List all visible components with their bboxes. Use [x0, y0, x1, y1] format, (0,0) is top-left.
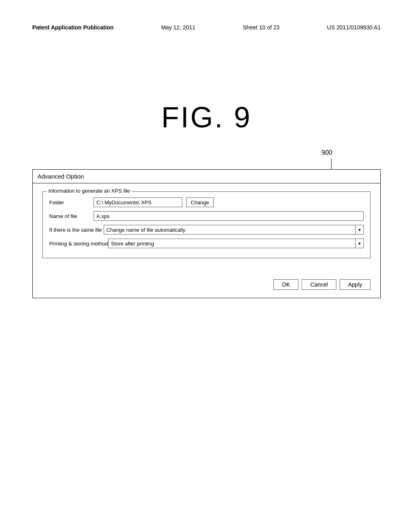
group-box-legend: Information to generate an XPS file	[47, 188, 131, 194]
figure-title: FIG. 9	[161, 101, 252, 134]
cancel-button[interactable]: Cancel	[302, 279, 336, 290]
same-file-dropdown-arrow[interactable]: ▼	[355, 225, 363, 234]
ok-button[interactable]: OK	[273, 279, 298, 290]
dialog-body: Information to generate an XPS file Fold…	[33, 183, 380, 273]
printing-method-row: Printing & storing method Store after pr…	[49, 239, 364, 248]
publication-label: Patent Application Publication	[32, 24, 114, 31]
patent-number-label: US 2011/0109930 A1	[327, 24, 381, 31]
change-button[interactable]: Change	[186, 197, 214, 207]
sheet-label: Sheet 10 of 23	[243, 24, 280, 31]
printing-method-dropdown-arrow[interactable]: ▼	[355, 239, 363, 248]
annotation-vertical-line	[331, 158, 332, 170]
filename-label: Name of file	[49, 213, 94, 219]
dialog-footer: OK Cancel Apply	[33, 273, 380, 298]
same-file-label: If there is the same file	[49, 227, 102, 233]
date-label: May 12, 2011	[161, 24, 195, 31]
printing-method-select-wrapper[interactable]: Store after printing ▼	[108, 239, 364, 248]
figure-annotation-number: 900	[321, 149, 332, 156]
same-file-row: If there is the same file Change name of…	[49, 225, 364, 235]
xps-info-group: Information to generate an XPS file Fold…	[42, 191, 371, 258]
dialog-title: Advanced Option	[33, 170, 380, 183]
printing-method-select-text: Store after printing	[108, 240, 355, 247]
advanced-option-dialog: Advanced Option Information to generate …	[32, 169, 381, 298]
printing-method-label: Printing & storing method	[49, 241, 108, 247]
page-header: Patent Application Publication May 12, 2…	[32, 24, 381, 31]
folder-input[interactable]	[94, 197, 182, 207]
filename-input[interactable]	[94, 211, 364, 221]
folder-label: Folder	[49, 200, 94, 206]
same-file-select-wrapper[interactable]: Change name of file automatically ▼	[104, 225, 364, 235]
apply-button[interactable]: Apply	[340, 279, 371, 290]
folder-row: Folder Change	[49, 197, 364, 207]
filename-row: Name of file	[49, 211, 364, 221]
same-file-select-text: Change name of file automatically	[104, 226, 355, 234]
